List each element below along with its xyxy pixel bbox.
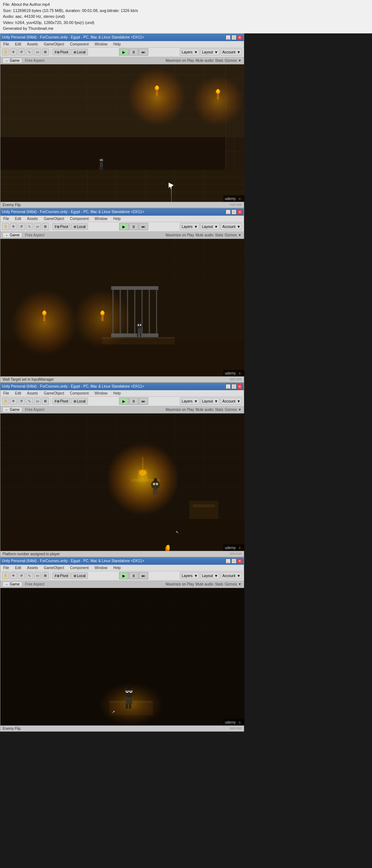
pause-btn-2[interactable]: ⏸ xyxy=(129,223,138,230)
toolbar-scale-1[interactable]: ⤡ xyxy=(26,48,33,56)
minimize-btn-2[interactable]: _ xyxy=(226,209,231,215)
toolbar-rect-3[interactable]: ▭ xyxy=(34,397,41,405)
maximize-play-4[interactable]: Maximize on Play xyxy=(166,582,194,586)
menu-help-2[interactable]: Help xyxy=(112,216,122,221)
toolbar-move-2[interactable]: ✛ xyxy=(10,223,17,230)
step-btn-3[interactable]: ⏭ xyxy=(139,397,148,405)
menu-edit-1[interactable]: Edit xyxy=(13,42,23,47)
menu-edit-3[interactable]: Edit xyxy=(13,391,23,396)
play-btn-1[interactable]: ▶ xyxy=(119,48,129,56)
account-dropdown-2[interactable]: Account ▼ xyxy=(221,223,242,230)
mute-audio-3[interactable]: Mute audio xyxy=(195,408,213,412)
menu-gameobject-1[interactable]: GameObject xyxy=(42,42,65,47)
game-tab-1[interactable]: ← Game xyxy=(3,58,22,63)
toolbar-multi-4[interactable]: ⊞ xyxy=(42,572,49,579)
toolbar-rect-4[interactable]: ▭ xyxy=(34,572,41,579)
toolbar-multi-3[interactable]: ⊞ xyxy=(42,397,49,405)
toolbar-rotate-3[interactable]: ↺ xyxy=(18,397,25,405)
pivot-btn-3[interactable]: #⊕ Pivot xyxy=(52,398,70,404)
maximize-btn-1[interactable]: □ xyxy=(231,35,236,40)
menu-assets-1[interactable]: Assets xyxy=(25,42,39,47)
menu-assets-4[interactable]: Assets xyxy=(25,565,39,570)
play-btn-3[interactable]: ▶ xyxy=(119,397,129,405)
close-btn-1[interactable]: ✕ xyxy=(237,35,242,40)
step-btn-2[interactable]: ⏭ xyxy=(139,223,148,230)
menu-window-2[interactable]: Window xyxy=(93,216,109,221)
toolbar-rotate-4[interactable]: ↺ xyxy=(18,572,25,579)
stats-btn-4[interactable]: Stats xyxy=(215,582,223,586)
local-btn-4[interactable]: ⊕ Local xyxy=(71,572,88,579)
mute-audio-4[interactable]: Mute audio xyxy=(195,582,213,586)
toolbar-scale-4[interactable]: ⤡ xyxy=(26,572,33,579)
menu-gameobject-3[interactable]: GameObject xyxy=(42,391,65,396)
close-btn-3[interactable]: ✕ xyxy=(237,384,242,389)
layers-dropdown-2[interactable]: Layers ▼ xyxy=(180,223,199,230)
menu-component-1[interactable]: Component xyxy=(69,42,90,47)
pivot-btn-2[interactable]: #⊕ Pivot xyxy=(52,223,70,230)
menu-file-1[interactable]: File xyxy=(2,42,11,47)
menu-window-4[interactable]: Window xyxy=(93,565,109,570)
toolbar-scale-2[interactable]: ⤡ xyxy=(26,223,33,230)
toolbar-rotate-1[interactable]: ↺ xyxy=(18,48,25,56)
mute-audio-1[interactable]: Mute audio xyxy=(195,59,213,63)
toolbar-move-4[interactable]: ✛ xyxy=(10,572,17,579)
local-btn-1[interactable]: ⊕ Local xyxy=(71,49,88,55)
mute-audio-2[interactable]: Mute audio xyxy=(195,233,213,237)
layers-dropdown-1[interactable]: Layers ▼ xyxy=(180,48,199,56)
close-btn-4[interactable]: ✕ xyxy=(237,559,242,564)
menu-edit-2[interactable]: Edit xyxy=(13,216,23,221)
pivot-btn-1[interactable]: #⊕ Pivot xyxy=(52,49,70,55)
menu-window-3[interactable]: Window xyxy=(93,391,109,396)
play-btn-2[interactable]: ▶ xyxy=(119,223,129,230)
menu-file-3[interactable]: File xyxy=(2,391,11,396)
menu-help-1[interactable]: Help xyxy=(112,42,122,47)
minimize-btn-3[interactable]: _ xyxy=(226,384,231,389)
local-btn-3[interactable]: ⊕ Local xyxy=(71,398,88,404)
menu-file-2[interactable]: File xyxy=(2,216,11,221)
toolbar-move-1[interactable]: ✛ xyxy=(10,48,17,56)
menu-gameobject-4[interactable]: GameObject xyxy=(42,565,65,570)
toolbar-rect-1[interactable]: ▭ xyxy=(34,48,41,56)
menu-component-3[interactable]: Component xyxy=(69,391,90,396)
maximize-play-1[interactable]: Maximize on Play xyxy=(166,59,194,63)
step-btn-4[interactable]: ⏭ xyxy=(139,572,148,579)
gizmos-btn-3[interactable]: Gizmos ▼ xyxy=(225,408,242,412)
layout-dropdown-4[interactable]: Layout ▼ xyxy=(200,572,220,579)
toolbar-rect-2[interactable]: ▭ xyxy=(34,223,41,230)
menu-gameobject-2[interactable]: GameObject xyxy=(42,216,65,221)
close-btn-2[interactable]: ✕ xyxy=(237,209,242,215)
menu-file-4[interactable]: File xyxy=(2,565,11,570)
pivot-btn-4[interactable]: #⊕ Pivot xyxy=(52,572,70,579)
maximize-btn-4[interactable]: □ xyxy=(231,559,236,564)
account-dropdown-4[interactable]: Account ▼ xyxy=(221,572,242,579)
game-tab-3[interactable]: ← Game xyxy=(3,407,22,412)
gizmos-btn-2[interactable]: Gizmos ▼ xyxy=(225,233,242,237)
menu-component-2[interactable]: Component xyxy=(69,216,90,221)
stats-btn-2[interactable]: Stats xyxy=(215,233,223,237)
minimize-btn-4[interactable]: _ xyxy=(226,559,231,564)
account-dropdown-3[interactable]: Account ▼ xyxy=(221,397,242,405)
toolbar-hand-3[interactable]: ✋ xyxy=(2,397,9,405)
menu-window-1[interactable]: Window xyxy=(93,42,109,47)
toolbar-scale-3[interactable]: ⤡ xyxy=(26,397,33,405)
menu-component-4[interactable]: Component xyxy=(69,565,90,570)
layout-dropdown-2[interactable]: Layout ▼ xyxy=(200,223,220,230)
menu-help-4[interactable]: Help xyxy=(112,565,122,570)
gizmos-btn-4[interactable]: Gizmos ▼ xyxy=(225,582,242,586)
layers-dropdown-4[interactable]: Layers ▼ xyxy=(180,572,199,579)
minimize-btn-1[interactable]: _ xyxy=(226,35,231,40)
toolbar-move-3[interactable]: ✛ xyxy=(10,397,17,405)
pause-btn-3[interactable]: ⏸ xyxy=(129,397,138,405)
maximize-btn-3[interactable]: □ xyxy=(231,384,236,389)
pause-btn-4[interactable]: ⏸ xyxy=(129,572,138,579)
game-tab-4[interactable]: ← Game xyxy=(3,581,22,587)
toolbar-hand-1[interactable]: ✋ xyxy=(2,48,9,56)
step-btn-1[interactable]: ⏭ xyxy=(139,48,148,56)
toolbar-hand-4[interactable]: ✋ xyxy=(2,572,9,579)
menu-help-3[interactable]: Help xyxy=(112,391,122,396)
game-tab-2[interactable]: ← Game xyxy=(3,232,22,238)
layout-dropdown-3[interactable]: Layout ▼ xyxy=(200,397,220,405)
layers-dropdown-3[interactable]: Layers ▼ xyxy=(180,397,199,405)
toolbar-rotate-2[interactable]: ↺ xyxy=(18,223,25,230)
menu-assets-3[interactable]: Assets xyxy=(25,391,39,396)
